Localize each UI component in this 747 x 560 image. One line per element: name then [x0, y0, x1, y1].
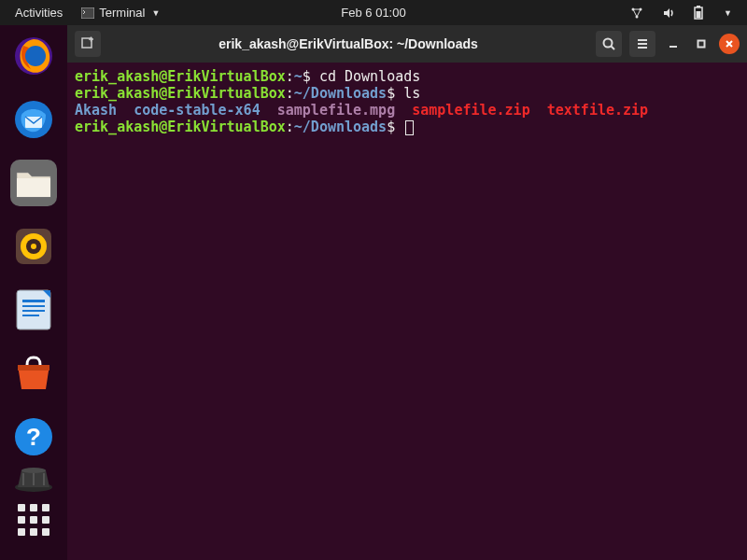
- files-icon: [15, 167, 52, 199]
- svg-rect-31: [698, 41, 705, 48]
- activities-button[interactable]: Activities: [7, 4, 70, 21]
- ls-entry-dir: code-stable-x64: [134, 102, 260, 119]
- svg-rect-26: [22, 473, 24, 485]
- window-title: erik_akash@ErikVirtualBox: ~/Downloads: [101, 36, 596, 51]
- svg-point-25: [21, 468, 46, 473]
- new-tab-button[interactable]: [75, 31, 101, 57]
- command-text: ls: [403, 85, 420, 102]
- command-text: cd Downloads: [319, 68, 420, 85]
- ls-entry-dir: Akash: [75, 102, 117, 119]
- gnome-topbar: Activities Terminal ▼ Feb 6 01:00 ▼: [0, 0, 747, 25]
- svg-rect-0: [81, 7, 94, 19]
- ls-entry-media: samplefile.mpg: [277, 102, 395, 119]
- terminal-titlebar[interactable]: erik_akash@ErikVirtualBox: ~/Downloads: [67, 25, 747, 63]
- ls-entry-archive: textfile.zip: [547, 102, 648, 119]
- maximize-button[interactable]: [691, 34, 712, 54]
- topbar-app-menu[interactable]: Terminal ▼: [74, 4, 167, 21]
- writer-icon: [15, 288, 52, 331]
- minimize-button[interactable]: [663, 34, 684, 54]
- prompt-user: erik_akash@ErikVirtualBox: [75, 119, 286, 135]
- svg-point-8: [25, 46, 46, 66]
- prompt-path: ~/Downloads: [294, 85, 387, 102]
- rhythmbox-icon: [12, 225, 55, 268]
- terminal-body[interactable]: erik_akash@ErikVirtualBox:~$ cd Download…: [67, 63, 747, 560]
- prompt-user: erik_akash@ErikVirtualBox: [75, 85, 286, 102]
- dock: ?: [0, 25, 67, 560]
- battery-icon: [694, 6, 703, 20]
- system-menu[interactable]: ▼: [714, 7, 740, 20]
- terminal-cursor: [405, 120, 414, 135]
- svg-rect-6: [697, 11, 701, 18]
- topbar-app-name: Terminal: [99, 6, 145, 20]
- terminal-window: erik_akash@ErikVirtualBox: ~/Downloads e…: [67, 25, 747, 560]
- svg-rect-27: [33, 473, 35, 485]
- svg-point-15: [31, 244, 36, 249]
- ls-entry-archive: samplefile.zip: [412, 102, 529, 119]
- close-icon: [724, 38, 735, 49]
- firefox-icon: [12, 35, 55, 77]
- prompt-path: ~: [294, 68, 303, 85]
- hamburger-menu[interactable]: [629, 31, 655, 57]
- software-icon: [12, 354, 55, 393]
- search-button[interactable]: [596, 31, 622, 57]
- network-icon: [630, 7, 643, 20]
- dock-rhythmbox[interactable]: [10, 223, 57, 270]
- trash-icon: [10, 465, 57, 493]
- chevron-down-icon: ▼: [724, 8, 732, 18]
- svg-rect-21: [22, 315, 39, 316]
- svg-point-30: [604, 39, 613, 48]
- dock-trash[interactable]: [10, 465, 57, 493]
- chevron-down-icon: ▼: [151, 8, 160, 18]
- svg-rect-19: [22, 305, 45, 307]
- dock-files[interactable]: [10, 160, 57, 206]
- clock[interactable]: Feb 6 01:00: [333, 4, 413, 21]
- dock-firefox[interactable]: [10, 33, 57, 79]
- svg-rect-18: [22, 300, 45, 302]
- menu-icon: [635, 36, 650, 51]
- new-tab-icon: [80, 36, 95, 51]
- dock-software[interactable]: [10, 350, 57, 397]
- prompt-path: ~/Downloads: [294, 119, 387, 135]
- dock-thunderbird[interactable]: [10, 96, 57, 143]
- terminal-icon: [81, 7, 94, 19]
- svg-rect-11: [17, 178, 50, 197]
- close-button[interactable]: [719, 34, 740, 54]
- volume-icon: [662, 7, 675, 20]
- battery-indicator[interactable]: [686, 4, 711, 21]
- prompt-user: erik_akash@ErikVirtualBox: [75, 68, 286, 85]
- minimize-icon: [668, 38, 679, 49]
- help-icon: ?: [12, 415, 55, 458]
- dock-libreoffice-writer[interactable]: [10, 287, 57, 333]
- network-indicator[interactable]: [623, 5, 651, 21]
- show-applications[interactable]: [10, 497, 57, 543]
- svg-text:?: ?: [26, 423, 41, 451]
- maximize-icon: [696, 38, 707, 49]
- volume-indicator[interactable]: [655, 5, 683, 21]
- svg-rect-28: [43, 473, 45, 485]
- dock-help[interactable]: ?: [10, 413, 57, 460]
- svg-rect-20: [22, 310, 45, 312]
- search-icon: [601, 36, 616, 51]
- thunderbird-icon: [12, 98, 55, 141]
